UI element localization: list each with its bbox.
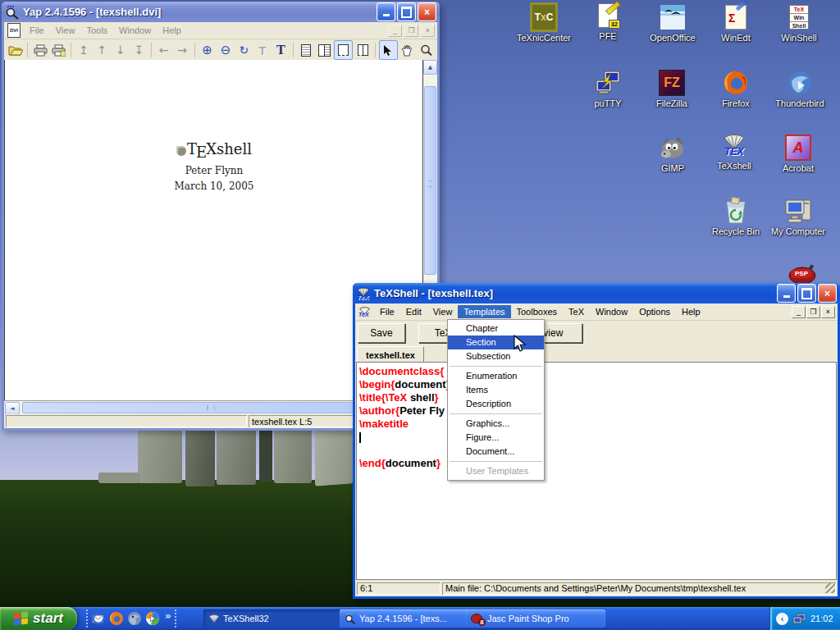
yap-mdi-restore-button[interactable]: ❐: [404, 25, 418, 37]
texshell-menu-help[interactable]: Help: [676, 305, 706, 318]
first-page-icon[interactable]: ↥: [75, 41, 92, 59]
continuous-view-icon[interactable]: [334, 40, 353, 60]
yap-menu-window[interactable]: Window: [113, 24, 157, 37]
texshell-menu-edit[interactable]: Edit: [400, 305, 427, 318]
yap-mdi-close-button[interactable]: ×: [421, 25, 435, 37]
texshell-close-button[interactable]: ×: [818, 284, 837, 303]
scroll-left-arrow[interactable]: ◄: [5, 402, 20, 415]
texshell-menu-options[interactable]: Options: [633, 305, 676, 318]
quick-launch-firefox-icon[interactable]: [108, 610, 125, 627]
texshell-menu-file[interactable]: File: [374, 305, 400, 318]
single-page-view-icon[interactable]: [297, 41, 314, 59]
print-page-icon[interactable]: [50, 41, 67, 59]
text-mode-icon[interactable]: T: [272, 41, 290, 59]
print-icon[interactable]: [31, 41, 48, 59]
pointer-tool-icon[interactable]: [379, 40, 398, 60]
texshell-menu-tex[interactable]: TeX: [563, 305, 590, 318]
scroll-up-arrow[interactable]: ▲: [423, 60, 437, 75]
desktop-icon-winedt[interactable]: Σ WinEdt: [704, 3, 768, 43]
taskbar-button-jasc-paint-shop-pro[interactable]: 8 Jasc Paint Shop Pro: [466, 609, 605, 628]
network-status-icon[interactable]: [792, 613, 806, 625]
templates-menu-item-document[interactable]: Document...: [448, 445, 544, 459]
zoom-in-icon[interactable]: ⊕: [199, 41, 216, 59]
templates-menu-item-subsection[interactable]: Subsection: [448, 349, 544, 363]
text-mode-outline-icon[interactable]: T: [253, 41, 271, 59]
templates-menu-item-user-templates[interactable]: User Templates: [448, 464, 544, 478]
yap-maximize-button[interactable]: [397, 2, 416, 21]
texshell-minimize-button[interactable]: [777, 284, 796, 303]
taskbar-divider: [175, 609, 176, 628]
yap-minimize-button[interactable]: [377, 2, 395, 21]
last-page-icon[interactable]: ↧: [130, 41, 148, 59]
texshell-menu-toolboxes[interactable]: Toolboxes: [511, 305, 564, 318]
texshell-mdi-minimize-button[interactable]: _: [792, 306, 806, 318]
resize-grip[interactable]: [825, 583, 835, 593]
facing-page-view-icon[interactable]: [315, 41, 332, 59]
desktop-icon-filezilla[interactable]: FZ FileZilla: [640, 69, 704, 108]
texshell-menu-window[interactable]: Window: [590, 305, 633, 318]
quick-launch-outlook-express-icon[interactable]: [90, 610, 107, 627]
yap-menu-view[interactable]: View: [50, 24, 81, 37]
texshell-menu-templates[interactable]: Templates: [458, 305, 510, 318]
desktop-icon-pfe[interactable]: 32 PFE: [576, 2, 640, 41]
yap-close-button[interactable]: ×: [418, 2, 436, 21]
yap-mdi-minimize-button[interactable]: _: [388, 25, 402, 37]
desktop-icon-putty[interactable]: puTTY: [576, 69, 640, 108]
yap-hscroll-thumb[interactable]: [22, 402, 391, 413]
texshell-mdi-close-button[interactable]: ×: [821, 306, 835, 318]
hand-tool-icon[interactable]: [399, 41, 416, 59]
templates-menu-item-chapter[interactable]: Chapter: [448, 322, 544, 336]
desktop-icon-my-computer[interactable]: My Computer: [766, 197, 830, 236]
yap-menu-help[interactable]: Help: [157, 24, 187, 37]
quick-launch-mozilla-icon[interactable]: [126, 610, 143, 627]
texshell-maximize-button[interactable]: [797, 284, 816, 303]
taskbar-button-yap[interactable]: Yap 2.4.1596 - [texs...: [340, 609, 472, 628]
previous-page-icon[interactable]: ↑: [94, 41, 111, 59]
editor-line: \author{Peter Fly: [359, 404, 836, 418]
tab-texshell-tex[interactable]: texshell.tex: [357, 346, 424, 363]
editor-area[interactable]: \documentclass{\begin{document}\title{\T…: [356, 362, 837, 580]
templates-menu-item-enumeration[interactable]: Enumeration: [448, 369, 544, 383]
cursor-position: 6:1: [357, 582, 441, 595]
quick-launch-handle[interactable]: [86, 609, 88, 628]
texshell-mdi-doc-icon[interactable]: TeX: [358, 306, 371, 318]
tray-collapse-icon[interactable]: ‹: [776, 613, 788, 625]
texshell-titlebar[interactable]: TeX TeXShell - [texshell.tex] ×: [353, 283, 840, 304]
desktop-icon-texshell[interactable]: TEX TeXshell: [702, 131, 766, 171]
texshell-menu-view[interactable]: View: [427, 305, 459, 318]
magnifier-tool-icon[interactable]: [418, 41, 435, 59]
next-page-icon[interactable]: ↓: [112, 41, 129, 59]
start-button[interactable]: start: [0, 607, 77, 630]
yap-vscroll-thumb[interactable]: [424, 86, 436, 275]
desktop-icon-openoffice[interactable]: OpenOffice: [641, 3, 705, 43]
templates-menu-item-items[interactable]: Items: [448, 383, 544, 397]
texshell-mdi-restore-button[interactable]: ❐: [806, 306, 820, 318]
templates-menu-item-figure[interactable]: Figure...: [448, 431, 544, 445]
desktop-icon-recycle-bin[interactable]: Recycle Bin: [704, 197, 768, 236]
open-file-icon[interactable]: [7, 41, 24, 59]
desktop-icon-texniccenter[interactable]: TxC TeXnicCenter: [512, 3, 576, 43]
zoom-out-icon[interactable]: ⊖: [217, 41, 234, 59]
templates-menu-item-graphics[interactable]: Graphics...: [448, 417, 544, 431]
desktop-icon-psp-partial[interactable]: PSP: [788, 264, 820, 284]
menu-separator: [450, 413, 542, 414]
continuous-facing-view-icon[interactable]: [354, 41, 371, 59]
quick-launch-chevron[interactable]: »: [165, 610, 171, 622]
desktop-icon-acrobat[interactable]: A Acrobat: [766, 134, 830, 173]
desktop-icon-firefox[interactable]: Firefox: [704, 69, 768, 108]
yap-dvi-doc-icon[interactable]: DVI: [7, 23, 21, 38]
quick-launch-media-player-icon[interactable]: [144, 610, 161, 627]
forward-icon[interactable]: →: [173, 41, 190, 59]
desktop-icon-thunderbird[interactable]: Thunderbird: [768, 69, 832, 108]
templates-menu-item-section[interactable]: Section: [448, 336, 544, 349]
templates-menu-item-description[interactable]: Description: [448, 397, 544, 411]
save-button[interactable]: Save: [358, 323, 405, 343]
refresh-icon[interactable]: ↻: [235, 41, 253, 59]
yap-titlebar[interactable]: Yap 2.4.1596 - [texshell.dvi] ×: [2, 2, 440, 22]
taskbar-button-texshell32[interactable]: TeXShell32: [203, 609, 346, 628]
desktop-icon-winshell[interactable]: TeX Win Shell WinShell: [767, 3, 831, 43]
yap-menu-file[interactable]: File: [24, 24, 50, 37]
desktop-icon-gimp[interactable]: GIMP: [641, 134, 705, 173]
back-icon[interactable]: ←: [155, 41, 172, 59]
yap-menu-tools[interactable]: Tools: [80, 24, 113, 37]
